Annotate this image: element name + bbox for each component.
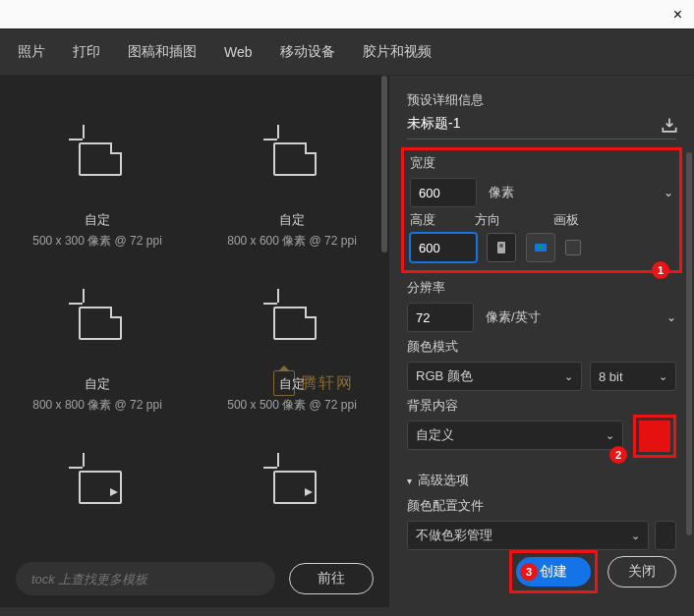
template-title: 自定: [279, 375, 305, 393]
background-color-swatch[interactable]: [639, 420, 670, 452]
tab-photo[interactable]: 照片: [4, 43, 59, 61]
document-icon: [73, 133, 122, 176]
template-card[interactable]: 自定 500 x 500 像素 @ 72 ppi: [195, 250, 389, 414]
document-icon: [73, 461, 122, 504]
template-sub: 500 x 300 像素 @ 72 ppi: [32, 233, 162, 250]
background-select[interactable]: 自定义⌄: [407, 420, 623, 450]
colormode-select[interactable]: RGB 颜色⌄: [407, 362, 582, 391]
tab-film[interactable]: 胶片和视频: [349, 43, 445, 61]
chevron-down-icon: ⌄: [659, 370, 667, 383]
template-sub: 800 x 600 像素 @ 72 ppi: [227, 233, 357, 250]
import-preset-icon[interactable]: [659, 116, 676, 132]
orientation-landscape-button[interactable]: [526, 233, 555, 262]
chevron-down-icon: ⌄: [606, 429, 614, 442]
template-card[interactable]: [195, 414, 389, 533]
chevron-down-icon: ⌄: [631, 530, 640, 542]
artboard-label: 画板: [553, 211, 579, 229]
color-profile-select[interactable]: 不做色彩管理⌄: [407, 521, 649, 550]
color-profile-label: 颜色配置文件: [407, 497, 676, 515]
chevron-down-icon: ▾: [407, 476, 412, 486]
template-sub: 800 x 800 像素 @ 72 ppi: [32, 397, 162, 414]
tab-web[interactable]: Web: [210, 44, 266, 60]
background-label: 背景内容: [407, 397, 676, 415]
height-field[interactable]: [410, 233, 477, 262]
annotation-3: 3: [520, 563, 538, 581]
template-card[interactable]: 自定 500 x 300 像素 @ 72 ppi: [0, 85, 195, 250]
template-card[interactable]: 自定 800 x 600 像素 @ 72 ppi: [195, 85, 389, 250]
artboard-checkbox[interactable]: [565, 240, 581, 255]
orientation-portrait-button[interactable]: [487, 233, 516, 262]
width-field[interactable]: [410, 178, 477, 207]
document-icon: [73, 297, 122, 340]
svg-point-1: [499, 244, 503, 248]
tab-mobile[interactable]: 移动设备: [266, 43, 349, 61]
document-name[interactable]: 未标题-1: [407, 115, 460, 133]
section-title: 预设详细信息: [407, 91, 676, 109]
scrollbar[interactable]: [686, 152, 692, 535]
document-icon: [267, 133, 317, 176]
resolution-unit-select[interactable]: 像素/英寸: [484, 305, 657, 330]
template-card[interactable]: [0, 414, 195, 533]
chevron-down-icon[interactable]: ⌄: [666, 310, 676, 324]
close-button[interactable]: 关闭: [607, 556, 676, 588]
bitdepth-select[interactable]: 8 bit⌄: [590, 362, 676, 391]
colormode-label: 颜色模式: [407, 338, 676, 356]
svg-point-3: [539, 245, 543, 249]
dimensions-highlight: 宽度 像素 ⌄ 高度 方向 画板 1: [401, 147, 682, 273]
chevron-down-icon: ⌄: [564, 370, 573, 383]
search-input[interactable]: [16, 562, 275, 595]
template-title: 自定: [279, 211, 305, 229]
templates-pane: 自定 500 x 300 像素 @ 72 ppi 自定 800 x 600 像素…: [0, 76, 389, 607]
create-highlight: 3 创建: [509, 550, 598, 593]
profile-extra-button[interactable]: [655, 521, 676, 550]
resolution-label: 分辨率: [407, 279, 676, 297]
tab-print[interactable]: 打印: [59, 43, 114, 61]
document-icon: [267, 297, 317, 340]
template-sub: 500 x 500 像素 @ 72 ppi: [227, 397, 357, 414]
template-title: 自定: [85, 375, 110, 393]
resolution-field[interactable]: [407, 303, 474, 332]
advanced-options-toggle[interactable]: ▾ 高级选项: [407, 472, 676, 489]
template-card[interactable]: 自定 800 x 800 像素 @ 72 ppi: [0, 250, 195, 414]
go-button[interactable]: 前往: [289, 563, 374, 594]
title-bar: ×: [0, 0, 694, 29]
document-icon: [267, 461, 317, 504]
background-swatch-highlight: [633, 415, 676, 458]
category-tabs: 照片 打印 图稿和插图 Web 移动设备 胶片和视频: [0, 29, 694, 76]
annotation-1: 1: [652, 261, 669, 279]
scrollbar[interactable]: [381, 76, 387, 252]
template-title: 自定: [85, 211, 110, 229]
tab-artwork[interactable]: 图稿和插图: [114, 43, 210, 61]
height-label: 高度: [410, 211, 435, 229]
orientation-label: 方向: [475, 211, 500, 229]
chevron-down-icon[interactable]: ⌄: [664, 186, 673, 199]
close-icon[interactable]: ×: [673, 6, 682, 24]
unit-select[interactable]: 像素: [487, 180, 654, 205]
preset-details-panel: 预设详细信息 未标题-1 宽度 像素 ⌄ 高度 方向 画板: [389, 76, 694, 607]
annotation-2: 2: [609, 446, 627, 464]
width-label: 宽度: [410, 154, 673, 172]
